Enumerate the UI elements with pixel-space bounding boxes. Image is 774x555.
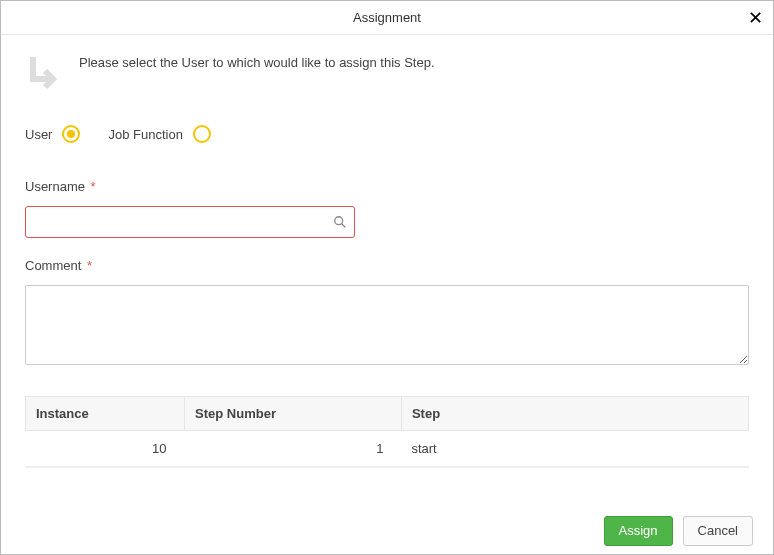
- col-header-step-number: Step Number: [185, 397, 402, 431]
- steps-table-wrap: Instance Step Number Step 10 1 start: [25, 396, 749, 468]
- dialog-scroll-area[interactable]: Please select the User to which would li…: [1, 35, 773, 506]
- comment-textarea[interactable]: [25, 285, 749, 365]
- dialog-title: Assignment: [353, 10, 421, 25]
- assign-type-radio-group: User Job Function: [25, 125, 749, 143]
- username-input[interactable]: [25, 206, 355, 238]
- intro-row: Please select the User to which would li…: [25, 53, 749, 101]
- bottom-spacer: [25, 468, 749, 506]
- radio-user-label: User: [25, 127, 52, 142]
- radio-job-function-indicator: [193, 125, 211, 143]
- sub-arrow-icon: [25, 53, 65, 101]
- col-header-step: Step: [401, 397, 748, 431]
- radio-user[interactable]: User: [25, 125, 80, 143]
- close-icon[interactable]: ✕: [748, 9, 763, 27]
- cell-step: start: [401, 431, 748, 467]
- username-input-wrap: [25, 206, 355, 238]
- intro-text: Please select the User to which would li…: [79, 53, 435, 70]
- comment-block: Comment *: [25, 258, 749, 368]
- radio-job-function-label: Job Function: [108, 127, 182, 142]
- assignment-dialog: Assignment ✕ Please select the User to w…: [0, 0, 774, 555]
- username-label-text: Username: [25, 179, 85, 194]
- radio-user-indicator: [62, 125, 80, 143]
- dialog-body: Please select the User to which would li…: [1, 35, 773, 506]
- radio-job-function[interactable]: Job Function: [108, 125, 210, 143]
- cancel-button[interactable]: Cancel: [683, 516, 753, 546]
- steps-table: Instance Step Number Step 10 1 start: [25, 396, 749, 467]
- dialog-titlebar: Assignment ✕: [1, 1, 773, 35]
- assign-button[interactable]: Assign: [604, 516, 673, 546]
- steps-table-header-row: Instance Step Number Step: [26, 397, 749, 431]
- username-block: Username *: [25, 179, 749, 238]
- col-header-instance: Instance: [26, 397, 185, 431]
- comment-label: Comment *: [25, 258, 749, 273]
- dialog-footer: Assign Cancel: [1, 506, 773, 554]
- cell-step-number: 1: [185, 431, 402, 467]
- username-label: Username *: [25, 179, 749, 194]
- comment-label-text: Comment: [25, 258, 81, 273]
- username-required-mark: *: [91, 179, 96, 194]
- comment-required-mark: *: [87, 258, 92, 273]
- cell-instance: 10: [26, 431, 185, 467]
- table-row[interactable]: 10 1 start: [26, 431, 749, 467]
